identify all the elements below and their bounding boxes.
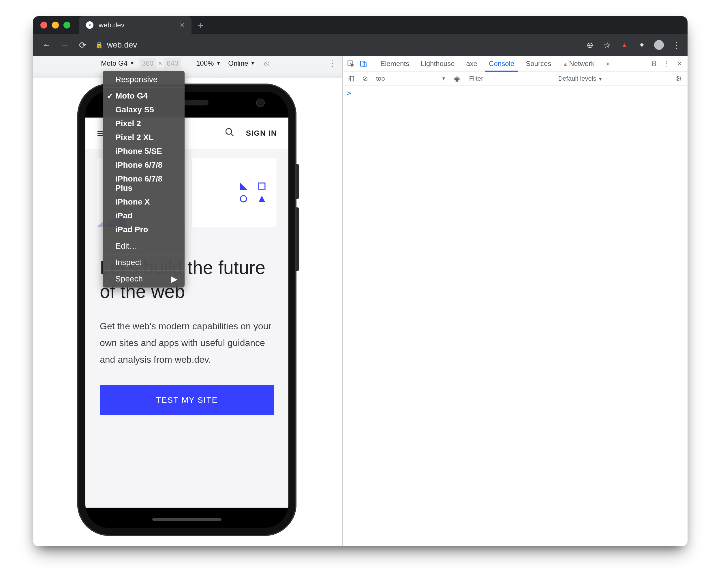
reload-button[interactable]: ⟳ [75,38,90,52]
browser-tab[interactable]: > web.dev × [79,16,192,34]
chevron-right-icon: ▶ [171,274,178,284]
chevron-down-icon: ▼ [130,61,134,66]
rotate-device-icon[interactable]: ⦸ [260,56,274,70]
svg-point-6 [240,196,246,202]
device-option-iphone-678[interactable]: iPhone 6/7/8 [103,158,185,172]
window-controls [33,22,71,28]
chevron-down-icon: ▼ [442,76,446,81]
devtools-menu-icon[interactable]: ⋮ [661,58,673,69]
tab-lighthouse[interactable]: Lighthouse [416,56,460,71]
front-camera [256,99,265,107]
device-option-ipad[interactable]: iPad [103,209,185,223]
device-option-inspect[interactable]: Inspect [103,255,185,269]
secondary-button[interactable] [100,424,274,435]
svg-rect-5 [259,183,265,189]
console-prompt: > [347,89,351,97]
device-option-responsive[interactable]: Responsive [103,72,185,86]
browser-menu-icon[interactable]: ⋮ [669,38,683,52]
svg-rect-9 [361,61,364,66]
search-icon[interactable] [225,127,235,140]
chevron-down-icon: ▼ [251,61,255,66]
feature-card-2[interactable] [191,158,277,227]
omnibox[interactable]: 🔒 web.dev [95,40,137,49]
chevron-down-icon: ▼ [598,77,603,82]
toggle-sidebar-icon[interactable] [345,73,357,84]
home-indicator [152,518,221,521]
inspect-element-icon[interactable] [345,58,357,69]
test-my-site-button[interactable]: TEST MY SITE [100,385,274,415]
device-option-iphone-678-plus[interactable]: iPhone 6/7/8 Plus [103,172,185,195]
clear-console-icon[interactable]: ⊘ [359,73,371,84]
device-option-galaxy-s5[interactable]: Galaxy S5 [103,103,185,117]
close-devtools-icon[interactable]: × [674,58,685,69]
titlebar: > web.dev × + [33,16,687,34]
maximize-window-button[interactable] [63,22,71,28]
tab-elements[interactable]: Elements [375,56,415,71]
profile-avatar-icon[interactable] [652,38,666,52]
console-toolbar: ⊘ top ▼ ◉ Default levels ▼ ⚙ [343,71,687,86]
throttling-selector[interactable]: Online▼ [225,58,258,68]
svg-marker-4 [240,182,247,190]
device-power-button [297,164,299,199]
extension-icon-1[interactable]: ▲ [617,38,632,52]
svg-point-0 [226,128,232,134]
device-toggle-icon[interactable] [358,58,369,69]
device-option-iphone-5-se[interactable]: iPhone 5/SE [103,144,185,158]
device-height-input[interactable]: 640 [164,58,181,68]
device-option-speech[interactable]: Speech▶ [103,272,185,286]
warning-icon: ▲ [563,61,568,67]
live-expression-icon[interactable]: ◉ [451,73,463,84]
close-window-button[interactable] [40,22,47,28]
device-option-pixel-2[interactable]: Pixel 2 [103,117,185,130]
lock-icon: 🔒 [95,41,103,49]
device-toolbar-menu-icon[interactable]: ⋮ [325,56,339,70]
emulated-viewport: ≡ SIGN IN [33,78,342,546]
log-levels-selector[interactable]: Default levels ▼ [555,74,606,84]
tab-console[interactable]: Console [484,56,519,71]
hero-subhead: Get the web's modern capabilities on you… [100,318,274,368]
device-option-moto-g4[interactable]: Moto G4 [103,89,185,103]
filter-input[interactable] [465,71,552,86]
url-text: web.dev [107,40,137,49]
bookmark-star-icon[interactable]: ☆ [600,38,614,52]
svg-marker-7 [259,196,265,202]
device-option-edit[interactable]: Edit… [103,239,185,253]
tab-sources[interactable]: Sources [521,56,556,71]
device-selector[interactable]: Moto G4 ▼ [98,58,137,68]
sign-in-button[interactable]: SIGN IN [246,129,277,138]
back-button[interactable]: ← [39,38,54,52]
device-option-ipad-pro[interactable]: iPad Pro [103,223,185,236]
tab-axe[interactable]: axe [461,56,482,71]
console-body[interactable]: > [343,86,687,546]
tab-title: web.dev [99,21,124,29]
device-width-input[interactable]: 360 [139,58,156,68]
devtools-panel: Elements Lighthouse axe Console Sources … [343,56,687,546]
more-tabs-button[interactable]: » [601,56,615,71]
device-selector-label: Moto G4 [101,59,127,67]
chevron-down-icon: ▼ [216,61,221,66]
console-settings-gear-icon[interactable]: ⚙ [673,73,685,84]
settings-gear-icon[interactable]: ⚙ [648,58,660,69]
address-bar: ← → ⟳ 🔒 web.dev ⊕ ☆ ▲ ✦ ⋮ [33,34,687,56]
devtools-tabs: Elements Lighthouse axe Console Sources … [343,56,687,71]
svg-line-1 [231,133,233,136]
tab-network[interactable]: ▲Network [558,56,600,71]
device-option-iphone-x[interactable]: iPhone X [103,195,185,209]
add-page-icon[interactable]: ⊕ [583,38,597,52]
tab-favicon: > [86,21,94,29]
device-volume-button [297,207,299,271]
device-dropdown-menu: Responsive Moto G4 Galaxy S5 Pixel 2 Pix… [103,71,185,288]
zoom-selector[interactable]: 100%▼ [193,58,223,68]
minimize-window-button[interactable] [52,22,59,28]
ruler [33,71,342,78]
device-toolbar: Moto G4 ▼ 360 × 640 100%▼ Online▼ ⦸ ⋮ [33,56,342,71]
device-emulation-pane: Moto G4 ▼ 360 × 640 100%▼ Online▼ ⦸ ⋮ [33,56,343,546]
extensions-puzzle-icon[interactable]: ✦ [635,38,649,52]
context-selector[interactable]: top ▼ [373,74,449,84]
device-option-pixel-2-xl[interactable]: Pixel 2 XL [103,130,185,144]
new-tab-button[interactable]: + [192,20,210,31]
close-tab-icon[interactable]: × [180,20,185,30]
forward-button[interactable]: → [57,38,72,52]
